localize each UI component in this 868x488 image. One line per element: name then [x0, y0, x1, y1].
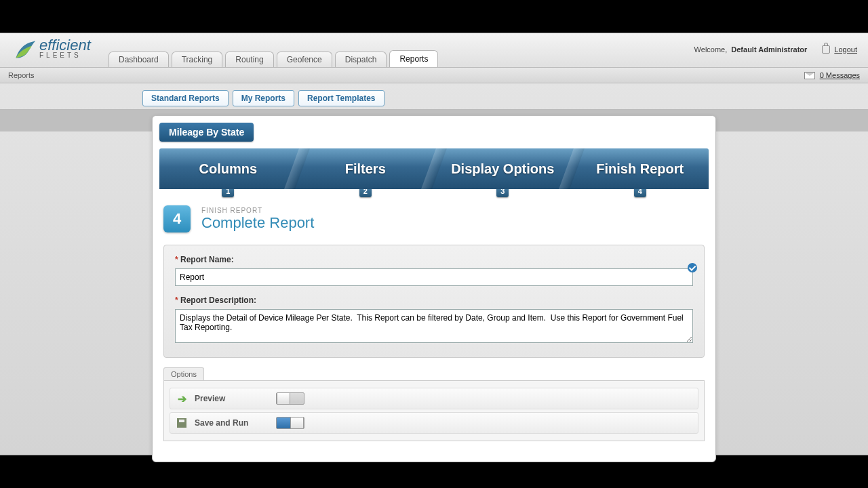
app-window: efficient FLEETS DashboardTrackingRoutin…	[0, 33, 868, 455]
main-tab-tracking[interactable]: Tracking	[172, 52, 223, 67]
main-tab-reports[interactable]: Reports	[389, 50, 438, 67]
messages-link[interactable]: 0 Messages	[804, 71, 860, 80]
step-title: Complete Report	[201, 214, 314, 232]
report-description-label: * Report Description:	[175, 296, 693, 305]
report-name-label: * Report Name:	[175, 255, 693, 264]
option-row-save-and-run: Save and Run	[170, 412, 698, 434]
option-toggle-preview[interactable]	[276, 392, 304, 405]
logo-bird-icon	[12, 37, 37, 62]
logout-link[interactable]: Logout	[834, 45, 857, 54]
valid-check-icon	[688, 263, 697, 272]
main-tab-dispatch[interactable]: Dispatch	[335, 52, 387, 67]
letterbox	[0, 0, 868, 33]
step-header: 4 FINISH REPORT Complete Report	[159, 197, 709, 238]
wizard-step-1[interactable]: Columns	[159, 148, 297, 189]
breadcrumb: Reports	[8, 71, 35, 79]
subtab-report-templates[interactable]: Report Templates	[298, 90, 384, 106]
wizard-step-3[interactable]: Display Options	[434, 148, 572, 189]
arrow-right-icon: ➔	[176, 392, 188, 405]
header: efficient FLEETS DashboardTrackingRoutin…	[0, 33, 868, 68]
lock-icon	[822, 45, 830, 54]
wizard-step-numbers: 1234	[159, 189, 709, 197]
wizard-step-2[interactable]: Filters	[297, 148, 435, 189]
step-eyebrow: FINISH REPORT	[201, 207, 314, 214]
wizard-panel: Mileage By State ColumnsFiltersDisplay O…	[152, 115, 716, 462]
required-icon: *	[175, 296, 178, 305]
messages-count[interactable]: 0 Messages	[820, 71, 860, 79]
main-tabs: DashboardTrackingRoutingGeofenceDispatch…	[108, 50, 441, 67]
options-section: Options ➔PreviewSave and Run	[163, 367, 705, 441]
logo: efficient FLEETS	[12, 37, 91, 62]
disk-icon	[176, 417, 188, 429]
option-row-preview: ➔Preview	[170, 388, 698, 409]
sub-bar: Reports 0 Messages	[0, 68, 868, 83]
report-title-chip: Mileage By State	[159, 123, 254, 142]
option-label: Preview	[195, 394, 269, 403]
main-tab-routing[interactable]: Routing	[225, 52, 273, 67]
welcome-text: Welcome,	[694, 45, 728, 54]
form-section: * Report Name: * Report Description: Dis…	[163, 245, 705, 358]
subtab-standard-reports[interactable]: Standard Reports	[142, 90, 229, 106]
option-label: Save and Run	[195, 418, 269, 428]
wizard-steps-bar: ColumnsFiltersDisplay OptionsFinish Repo…	[159, 148, 709, 189]
subtab-my-reports[interactable]: My Reports	[233, 90, 294, 106]
envelope-icon	[804, 72, 815, 79]
header-user-area: Welcome, Default Administrator Logout	[694, 45, 857, 54]
main-tab-geofence[interactable]: Geofence	[277, 52, 332, 67]
option-toggle-save-and-run[interactable]	[276, 417, 304, 429]
report-subtabs: Standard ReportsMy ReportsReport Templat…	[0, 83, 868, 109]
user-name: Default Administrator	[731, 45, 807, 54]
main-tab-dashboard[interactable]: Dashboard	[108, 52, 169, 67]
required-icon: *	[175, 255, 178, 264]
wizard-step-4[interactable]: Finish Report	[572, 148, 709, 189]
options-body: ➔PreviewSave and Run	[163, 380, 705, 441]
report-description-textarea[interactable]: Displays the Detail of Device Mileage Pe…	[175, 309, 693, 343]
options-heading: Options	[163, 367, 204, 380]
logo-text: efficient FLEETS	[39, 39, 91, 60]
step-number-badge: 4	[163, 205, 191, 232]
logo-line1: efficient	[39, 39, 91, 52]
viewport: efficient FLEETS DashboardTrackingRoutin…	[0, 0, 868, 488]
report-name-input[interactable]	[175, 268, 693, 286]
